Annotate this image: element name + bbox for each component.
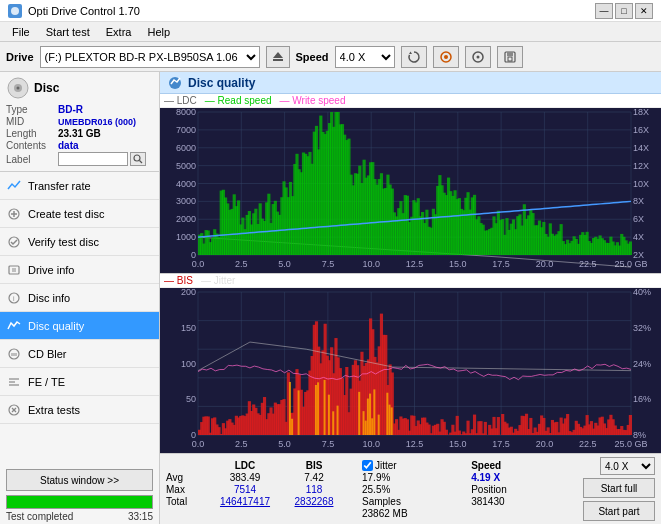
menu-help[interactable]: Help (139, 24, 178, 40)
label-search-button[interactable] (130, 152, 146, 166)
sidebar-item-fe-te[interactable]: FE / TE (0, 368, 159, 396)
start-full-button[interactable]: Start full (583, 478, 655, 498)
save-button[interactable] (497, 46, 523, 68)
legend-write-label: — Write speed (280, 95, 346, 106)
sidebar: Disc Type BD-R MID UMEBDR016 (000) Lengt… (0, 72, 160, 524)
disc-type-row: Type BD-R (6, 104, 153, 115)
position-label: Position (471, 484, 573, 495)
legend-jitter-label: — Jitter (201, 275, 235, 286)
contents-label: Contents (6, 140, 58, 151)
menu-file[interactable]: File (4, 24, 38, 40)
quality-header: Disc quality (160, 72, 661, 94)
sidebar-item-verify-test-disc[interactable]: Verify test disc (0, 228, 159, 256)
stats-table: LDC BIS Jitter Speed Avg 383.49 7.42 17.… (166, 460, 573, 519)
total-ldc[interactable]: 146417417 (210, 496, 280, 507)
disc-label-row: Label (6, 152, 153, 166)
mid-label: MID (6, 116, 58, 127)
status-row: Test completed 33:15 (0, 511, 159, 524)
drive-select[interactable]: (F:) PLEXTOR BD-R PX-LB950SA 1.06 (40, 46, 260, 68)
bottom-chart (160, 288, 661, 453)
g2-empty2 (210, 508, 280, 519)
speed-select[interactable]: 4.0 X (335, 46, 395, 68)
status-window-button[interactable]: Status window >> (6, 469, 153, 491)
svg-rect-20 (9, 266, 19, 274)
progress-bar (7, 496, 152, 508)
transfer-rate-label: Transfer rate (28, 180, 91, 192)
verify-test-disc-label: Verify test disc (28, 236, 99, 248)
sidebar-item-cd-bler[interactable]: CD Bler (0, 340, 159, 368)
burn-button[interactable] (433, 46, 459, 68)
max-ldc: 7514 (210, 484, 280, 495)
max-jitter: 25.5% (362, 484, 467, 495)
app-title: Opti Drive Control 1.70 (28, 5, 140, 17)
charts-area: — LDC — Read speed — Write speed — BIS —… (160, 94, 661, 453)
samples-label: Samples (362, 496, 467, 507)
bottom-legend: — BIS — Jitter (160, 273, 661, 288)
label-label: Label (6, 154, 58, 165)
g2-empty5 (492, 508, 573, 519)
svg-point-7 (476, 55, 479, 58)
svg-marker-1 (273, 52, 283, 58)
avg-bis: 7.42 (284, 472, 344, 483)
drive-info-label: Drive info (28, 264, 74, 276)
sidebar-item-transfer-rate[interactable]: Transfer rate (0, 172, 159, 200)
avg-jitter: 17.9% (362, 472, 467, 483)
stats-buttons: 4.0 X Start full Start part (583, 457, 655, 521)
extra-tests-label: Extra tests (28, 404, 80, 416)
disc-button[interactable] (465, 46, 491, 68)
sidebar-item-disc-quality[interactable]: Disc quality (0, 312, 159, 340)
position-value: 23862 MB (362, 508, 488, 519)
max-label: Max (166, 484, 206, 495)
sidebar-item-create-test-disc[interactable]: Create test disc (0, 200, 159, 228)
avg-label: Avg (166, 472, 206, 483)
disc-quality-icon (6, 318, 22, 334)
menu-extra[interactable]: Extra (98, 24, 140, 40)
length-label: Length (6, 128, 58, 139)
stats-grid-2: 23862 MB (166, 508, 573, 519)
svg-point-14 (134, 155, 140, 161)
stats-section: LDC BIS Jitter Speed Avg 383.49 7.42 17.… (160, 453, 661, 524)
start-part-button[interactable]: Start part (583, 501, 655, 521)
top-chart-container (160, 108, 661, 273)
svg-rect-26 (11, 353, 17, 356)
toolbar: Drive (F:) PLEXTOR BD-R PX-LB950SA 1.06 … (0, 42, 661, 72)
disc-header: Disc (6, 76, 153, 100)
total-bis[interactable]: 2832268 (284, 496, 344, 507)
quality-title: Disc quality (188, 76, 255, 90)
jitter-checkbox[interactable] (362, 460, 373, 471)
maximize-button[interactable]: □ (615, 3, 633, 19)
disc-contents-row: Contents data (6, 140, 153, 151)
jitter-label: Jitter (375, 460, 397, 471)
svg-text:i: i (13, 295, 15, 302)
disc-info-label: Disc info (28, 292, 70, 304)
g2-empty3 (284, 508, 344, 519)
top-legend: — LDC — Read speed — Write speed (160, 94, 661, 108)
sidebar-item-drive-info[interactable]: Drive info (0, 256, 159, 284)
window-controls: — □ ✕ (595, 3, 653, 19)
sidebar-bottom: Status window >> Test completed 33:15 (0, 465, 159, 524)
close-button[interactable]: ✕ (635, 3, 653, 19)
jitter-checkbox-row[interactable]: Jitter (362, 460, 467, 471)
speed-select-stats[interactable]: 4.0 X (600, 457, 655, 475)
status-text: Test completed (6, 511, 73, 522)
menu-start-test[interactable]: Start test (38, 24, 98, 40)
label-input[interactable] (58, 152, 128, 166)
type-label: Type (6, 104, 58, 115)
svg-line-15 (140, 161, 143, 164)
svg-point-5 (444, 55, 448, 59)
transfer-rate-icon (6, 178, 22, 194)
mid-value: UMEBDR016 (000) (58, 117, 136, 127)
sidebar-item-extra-tests[interactable]: Extra tests (0, 396, 159, 424)
legend-read-label: — Read speed (205, 95, 272, 106)
extra-tests-icon (6, 402, 22, 418)
refresh-button[interactable] (401, 46, 427, 68)
disc-info-icon: i (6, 290, 22, 306)
minimize-button[interactable]: — (595, 3, 613, 19)
app-icon (8, 4, 22, 18)
disc-mid-row: MID UMEBDR016 (000) (6, 116, 153, 127)
drive-label: Drive (6, 51, 34, 63)
sidebar-item-disc-info[interactable]: i Disc info (0, 284, 159, 312)
speed-label: Speed (296, 51, 329, 63)
menubar: File Start test Extra Help (0, 22, 661, 42)
eject-button[interactable] (266, 46, 290, 68)
